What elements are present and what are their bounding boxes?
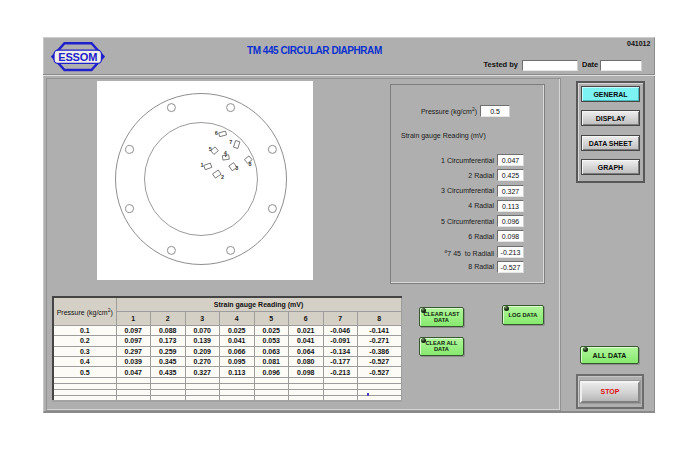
- svg-text:ESSOM: ESSOM: [58, 51, 97, 63]
- svg-text:3: 3: [235, 165, 238, 171]
- svg-text:8: 8: [248, 161, 251, 167]
- svg-text:6: 6: [215, 130, 218, 136]
- svg-text:1: 1: [201, 162, 204, 168]
- svg-text:5: 5: [209, 146, 212, 152]
- svg-text:2: 2: [221, 174, 224, 180]
- svg-text:7: 7: [229, 139, 232, 145]
